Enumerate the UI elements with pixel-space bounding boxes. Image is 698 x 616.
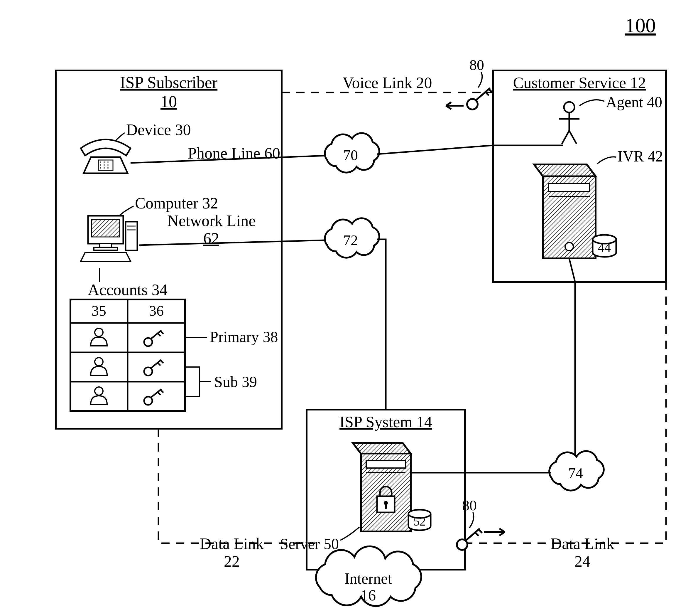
- figure-number: 100: [625, 14, 656, 37]
- cloud-74: 74: [549, 451, 604, 490]
- device-label: Device 30: [126, 121, 191, 139]
- ivr-server-icon: 44: [534, 164, 616, 258]
- agent-icon: [559, 102, 580, 144]
- isp-system-title: ISP System 14: [339, 413, 432, 431]
- data-link-24-a: Data Link: [550, 535, 614, 552]
- link-cloud72-to-isp: [377, 239, 386, 410]
- key-icon-row1: [144, 330, 164, 346]
- cloud-72-label: 72: [343, 232, 358, 248]
- network-line-label-b: 62: [203, 230, 219, 247]
- internet-label-b: 16: [361, 587, 376, 604]
- key-80-top-arrow: [446, 102, 464, 109]
- accounts-table: 35 36: [70, 300, 185, 411]
- link-computer-to-cloud72: [139, 240, 325, 245]
- svg-point-24: [95, 328, 103, 337]
- key-80-bottom-icon: [457, 529, 482, 550]
- key-icon-row3: [144, 389, 164, 405]
- data-link-24-b: 24: [574, 552, 590, 570]
- accounts-label: Accounts 34: [88, 281, 167, 299]
- svg-line-34: [562, 131, 569, 144]
- customer-service-title: Customer Service 12: [513, 74, 646, 92]
- svg-point-9: [100, 167, 101, 168]
- cloud-74-label: 74: [568, 465, 583, 481]
- svg-point-3: [100, 162, 101, 163]
- telephone-icon: [81, 139, 130, 173]
- svg-line-35: [569, 131, 576, 144]
- subscriber-title: ISP Subscriber: [120, 73, 218, 92]
- ivr-leader: [597, 157, 616, 164]
- svg-point-10: [103, 167, 105, 168]
- ivr-label: IVR 42: [618, 148, 663, 165]
- svg-point-8: [107, 164, 109, 166]
- agent-leader: [580, 100, 604, 106]
- link-cloud70-to-cs-a: [377, 145, 493, 154]
- voice-link-label: Voice Link 20: [343, 74, 432, 92]
- key-80-bottom-leader: [470, 512, 474, 528]
- db52-label: 52: [414, 515, 426, 528]
- cloud-72: 72: [325, 218, 379, 258]
- isp-subscriber-box: ISP Subscriber 10 Device 30 Phone Line 6…: [56, 70, 282, 429]
- svg-point-4: [103, 162, 105, 163]
- svg-point-38: [565, 243, 573, 251]
- db44-label: 44: [598, 240, 611, 255]
- person-icon-row1: [90, 328, 107, 346]
- subscriber-number: 10: [160, 93, 177, 111]
- svg-point-7: [103, 164, 105, 166]
- data-link-24-line: [465, 282, 666, 543]
- server50-icon: 52: [353, 443, 431, 531]
- sub-bracket: [185, 367, 211, 396]
- svg-rect-46: [385, 504, 387, 509]
- server-leader: [340, 527, 360, 540]
- key-80-bottom-arrow: [484, 529, 505, 536]
- customer-service-box: Customer Service 12 Agent 40 44: [493, 70, 666, 282]
- cloud-70-label: 70: [343, 147, 358, 163]
- key-80-top-leader: [478, 72, 482, 87]
- data-link-22-a: Data Link: [200, 535, 264, 552]
- svg-point-31: [564, 102, 574, 112]
- key-80-top-label: 80: [470, 57, 484, 73]
- key-80-bottom-label: 80: [462, 497, 477, 514]
- computer-label: Computer 32: [135, 194, 218, 212]
- computer-icon: [81, 216, 137, 261]
- svg-point-25: [95, 358, 103, 366]
- svg-rect-36: [549, 183, 590, 192]
- svg-rect-15: [94, 247, 117, 250]
- agent-label: Agent 40: [606, 94, 662, 110]
- key-80-top-icon: [467, 88, 492, 110]
- svg-rect-13: [92, 219, 120, 237]
- accounts-col-35: 35: [92, 302, 106, 319]
- svg-point-11: [107, 167, 109, 168]
- isp-system-box: ISP System 14 52 Server 50: [280, 410, 465, 570]
- svg-point-26: [95, 387, 103, 395]
- internet-cloud: Internet 16: [316, 546, 421, 606]
- cloud-70: 70: [325, 133, 379, 172]
- data-link-22-line: [158, 429, 316, 543]
- svg-point-5: [107, 162, 109, 163]
- svg-point-6: [100, 164, 101, 166]
- network-line-label-a: Network Line: [167, 212, 255, 230]
- primary-label: Primary 38: [210, 329, 278, 345]
- data-link-22-b: 22: [224, 552, 240, 570]
- link-ivr-to-cloud74: [569, 258, 575, 454]
- key-icon-row2: [144, 360, 164, 375]
- accounts-col-36: 36: [149, 302, 164, 319]
- diagram-root: 100 ISP Subscriber 10 Device 30 Phone Li…: [0, 0, 698, 616]
- person-icon-row3: [90, 387, 107, 405]
- internet-label-a: Internet: [345, 570, 392, 587]
- person-icon-row2: [90, 358, 107, 375]
- sub-label: Sub 39: [214, 373, 257, 390]
- svg-rect-42: [366, 461, 405, 468]
